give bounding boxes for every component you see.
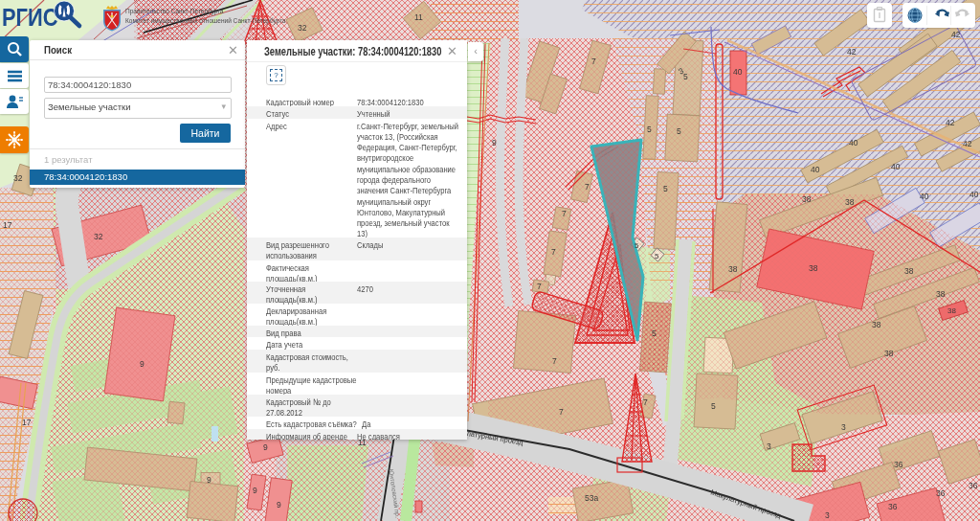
svg-text:5: 5 xyxy=(635,241,639,250)
svg-text:36: 36 xyxy=(936,488,946,498)
svg-text:38: 38 xyxy=(809,263,818,273)
svg-text:5: 5 xyxy=(663,184,668,193)
svg-text:7: 7 xyxy=(591,57,596,66)
svg-text:5: 5 xyxy=(655,252,659,260)
svg-text:17: 17 xyxy=(3,220,12,230)
svg-text:38: 38 xyxy=(872,320,881,329)
svg-text:53a: 53a xyxy=(585,493,598,503)
svg-text:38: 38 xyxy=(884,349,894,358)
svg-text:32: 32 xyxy=(94,232,103,241)
svg-text:3: 3 xyxy=(825,510,830,520)
svg-text:5: 5 xyxy=(647,125,652,134)
svg-text:7: 7 xyxy=(537,282,542,291)
svg-text:38: 38 xyxy=(802,194,812,204)
svg-text:42: 42 xyxy=(963,139,972,148)
svg-text:9: 9 xyxy=(140,359,145,369)
svg-text:38: 38 xyxy=(845,197,855,207)
svg-text:40: 40 xyxy=(969,190,979,199)
svg-text:40: 40 xyxy=(811,165,820,174)
svg-text:9: 9 xyxy=(277,500,281,510)
svg-text:36: 36 xyxy=(969,481,978,490)
svg-text:36: 36 xyxy=(894,460,903,469)
svg-text:7: 7 xyxy=(562,209,567,218)
svg-text:7: 7 xyxy=(559,407,564,417)
svg-text:7: 7 xyxy=(585,182,590,192)
svg-text:5: 5 xyxy=(652,328,657,338)
svg-text:40: 40 xyxy=(849,138,858,147)
svg-text:40: 40 xyxy=(733,67,743,77)
svg-text:42: 42 xyxy=(951,30,961,39)
svg-text:17: 17 xyxy=(22,418,32,427)
svg-text:3: 3 xyxy=(767,442,771,451)
svg-text:42: 42 xyxy=(946,118,955,127)
svg-text:38: 38 xyxy=(936,289,946,299)
svg-text:5: 5 xyxy=(677,126,681,136)
svg-text:7: 7 xyxy=(552,356,557,366)
svg-text:5: 5 xyxy=(711,401,716,411)
svg-text:38: 38 xyxy=(728,264,738,274)
svg-text:38: 38 xyxy=(947,306,956,315)
svg-text:3: 3 xyxy=(841,422,846,432)
svg-text:9: 9 xyxy=(253,486,257,495)
svg-text:9: 9 xyxy=(207,475,212,485)
svg-text:9: 9 xyxy=(492,138,497,147)
svg-text:36: 36 xyxy=(888,502,898,511)
svg-text:9: 9 xyxy=(263,442,268,452)
svg-text:32: 32 xyxy=(13,173,23,183)
svg-text:7: 7 xyxy=(551,247,556,257)
svg-text:7: 7 xyxy=(643,397,648,407)
svg-text:38: 38 xyxy=(904,266,914,276)
svg-text:32: 32 xyxy=(298,23,307,33)
svg-text:40: 40 xyxy=(891,162,901,171)
svg-text:42: 42 xyxy=(847,47,857,57)
svg-text:11: 11 xyxy=(414,12,423,22)
svg-text:40: 40 xyxy=(920,192,929,201)
